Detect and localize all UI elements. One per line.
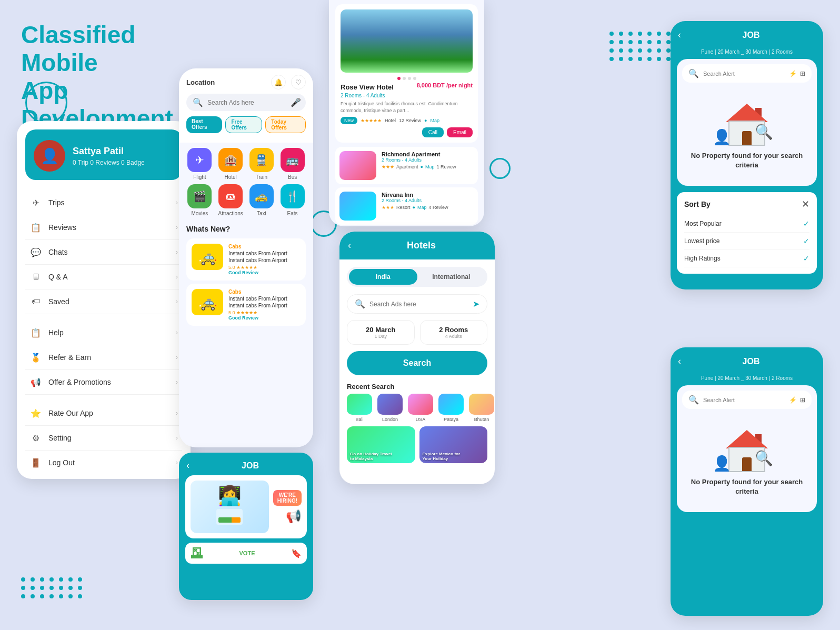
menu-item-reviews[interactable]: 📋 Reviews › [25,215,182,240]
news-category-1: Cabs [228,244,301,249]
chevron-icon: › [176,273,178,281]
call-button[interactable]: Call [422,127,444,137]
news-img-2: 🚕 [192,289,223,315]
menu-item-trips[interactable]: ✈ Trips › [25,191,182,215]
category-flight[interactable]: ✈ Flight [186,148,213,180]
favorite-icon[interactable]: ♡ [291,75,306,89]
thumb-usa[interactable]: USA [408,394,433,422]
category-bus[interactable]: 🚌 Bus [279,148,306,180]
date-sub: 1 Day [354,334,408,339]
menu-item-chats[interactable]: 💬 Chats › [25,240,182,265]
search-bar[interactable]: 🔍 🎤 [186,94,306,111]
alert-search-input[interactable] [703,71,785,77]
menu-item-refer[interactable]: 🏅 Refer & Earn › [25,345,182,370]
job-right-title: JOB [686,31,816,40]
date-box[interactable]: 20 March 1 Day [347,320,415,345]
richmond-hotel-card: Richmond Apartment 2 Rooms - 4 Adults ★★… [335,147,478,184]
back-button[interactable]: ‹ [348,240,351,251]
search-icon: 🔍 [355,299,365,309]
nirvana-rooms: 2 Rooms - 4 Adults [382,198,448,203]
tab-international[interactable]: International [417,269,486,285]
notification-icon[interactable]: 🔔 [271,75,286,89]
menu-label-rate: Rate Our App [48,409,93,417]
search-input[interactable] [207,99,286,106]
tab-india[interactable]: India [349,269,417,285]
location-text: Location [186,78,215,86]
thumb-pataya[interactable]: Pataya [438,394,464,422]
best-offers-chip[interactable]: Best Offers [186,116,222,133]
category-hotel[interactable]: 🏨 Hotel [217,148,244,180]
alert-search-bar-bottom[interactable]: 🔍 ⚡ ⊞ [682,391,812,409]
holiday-cards: Go on Holiday Travelto Malaysia Explore … [339,422,495,467]
sort-lowest-price[interactable]: Lowest price ✓ [684,233,809,250]
bus-icon: 🚌 [281,148,305,172]
free-offers-chip[interactable]: Free Offers [225,116,262,133]
date-rooms-row: 20 March 1 Day 2 Rooms 4 Adults [347,320,487,345]
holiday-card-2-label: Explore Mexico forYour Holiday [423,452,461,461]
email-button[interactable]: Email [447,127,473,137]
category-eats[interactable]: 🍴 Eats [279,184,306,216]
hotels-search-screen: ‹ Hotels India International 🔍 ➤ 20 Marc… [339,232,495,484]
no-property-text: No Property found for your search criter… [687,151,806,170]
job-right-bottom-screen: ‹ JOB Pune | 20 March _ 30 March | 2 Roo… [671,347,823,616]
job-right-bottom-header: ‹ JOB [671,347,823,375]
chevron-icon: › [176,248,178,256]
alert-search-bar[interactable]: 🔍 ⚡ ⊞ [682,64,812,83]
alert-search-input-bottom[interactable] [703,397,785,403]
setting-icon: ⚙ [29,432,42,444]
job-meta: Pune | 20 March _ 30 March | 2 Rooms [671,49,823,59]
house-illustration: 🔍 👤 [721,104,773,146]
sort-high-ratings[interactable]: High Ratings ✓ [684,250,809,267]
menu-item-saved[interactable]: 🏷 Saved › [25,289,182,314]
menu-item-qa[interactable]: 🖥 Q & A › [25,265,182,289]
holiday-card-2[interactable]: Explore Mexico forYour Holiday [419,426,488,463]
bookmark-icon[interactable]: 🔖 [291,548,302,558]
category-taxi[interactable]: 🚕 Taxi [248,184,275,216]
menu-label-saved: Saved [48,297,69,306]
menu-item-rate[interactable]: ⭐ Rate Our App › [25,401,182,426]
job-back-button[interactable]: ‹ [186,460,189,471]
hotel-search-input[interactable] [369,301,468,308]
news-title-1b: Instant cabs From Airport [228,257,301,263]
hotel-search-field[interactable]: 🔍 ➤ [347,294,487,314]
today-offers-chip[interactable]: Today Offers [265,116,306,133]
menu-label-chats: Chats [48,248,68,256]
vote-area: 🗳 VOTE 🔖 [185,543,307,564]
richmond-type: Apartment [396,164,418,169]
richmond-name: Richmond Apartment [382,151,456,157]
richmond-reviews: 1 Review [436,164,456,169]
menu-item-help[interactable]: 📋 Help › [25,321,182,345]
filter-icon[interactable]: ⚡ [789,396,797,404]
reviews-icon: 📋 [29,221,42,234]
sort-most-popular[interactable]: Most Popular ✓ [684,215,809,233]
thumb-bali[interactable]: Bali [347,394,372,422]
layout-icon[interactable]: ⊞ [800,396,805,404]
sort-close-button[interactable]: ✕ [802,198,809,210]
magnify-icon: 🔍 [755,449,773,467]
menu-item-setting[interactable]: ⚙ Setting › [25,426,182,451]
category-attractions[interactable]: 🎟 Attractions [217,184,244,216]
bali-label: Bali [355,417,363,422]
back-button[interactable]: ‹ [678,356,681,367]
back-button[interactable]: ‹ [678,29,681,41]
thumb-london[interactable]: London [377,394,403,422]
menu-item-logout[interactable]: 🚪 Log Out › [25,451,182,475]
holiday-card-1[interactable]: Go on Holiday Travelto Malaysia [347,426,415,463]
menu-item-offers[interactable]: 📢 Offer & Promotions › [25,370,182,395]
recent-search-thumbs: Bali London USA Pataya Bhutan [339,394,495,422]
rooms-box[interactable]: 2 Rooms 4 Adults [420,320,488,345]
thumb-bhutan[interactable]: Bhutan [469,394,494,422]
news-title-2a: Instant cabs From Airport [228,296,301,302]
category-train[interactable]: 🚆 Train [248,148,275,180]
dots-decoration-bottom [21,577,83,598]
mic-icon[interactable]: 🎤 [291,97,301,107]
nirvana-map: Map [417,205,427,210]
category-movies[interactable]: 🎬 Movies [186,184,213,216]
hotel-rooms: 2 Rooms - 4 Adults [341,93,473,98]
news-category-2: Cabs [228,289,301,295]
search-button[interactable]: Search [347,351,487,375]
layout-icon[interactable]: ⊞ [800,70,805,77]
filter-icon[interactable]: ⚡ [789,70,797,77]
movies-label: Movies [192,211,208,216]
hotel-icon: 🏨 [218,148,243,172]
